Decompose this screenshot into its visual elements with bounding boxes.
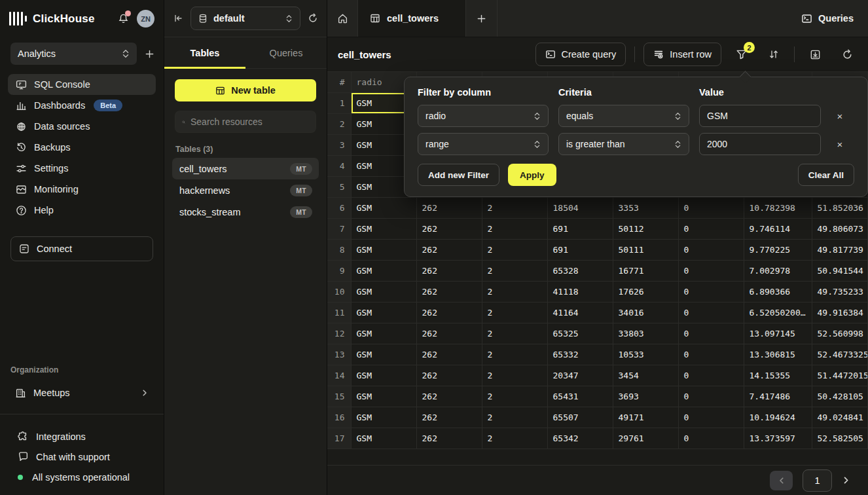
collapse-panel-button[interactable] — [173, 13, 183, 24]
cell[interactable]: 13.373597 — [744, 428, 812, 449]
cell[interactable]: 14.15355 — [744, 365, 812, 386]
insert-row-button[interactable]: Insert row — [643, 43, 721, 66]
cell[interactable]: 2 — [482, 407, 547, 428]
cell[interactable]: 41118 — [547, 282, 613, 302]
cell[interactable]: 0 — [678, 428, 744, 449]
filter-column-select-1[interactable]: radio — [418, 105, 549, 127]
cell[interactable]: 7.002978 — [744, 261, 812, 282]
sidebar-item-data-sources[interactable]: Data sources — [8, 116, 156, 137]
cell[interactable]: 2 — [482, 240, 547, 261]
sidebar-item-help[interactable]: Help — [8, 200, 156, 221]
database-select[interactable]: default — [190, 7, 300, 30]
filter-value-input-1[interactable] — [699, 105, 821, 127]
notifications-button[interactable] — [115, 11, 131, 27]
cell[interactable]: 0 — [678, 386, 744, 407]
cell[interactable]: GSM — [351, 219, 416, 240]
cell[interactable]: 49.916384 — [812, 302, 868, 323]
cell[interactable]: 0 — [678, 198, 744, 219]
cell[interactable]: 262 — [416, 344, 482, 365]
cell[interactable]: 262 — [416, 282, 482, 302]
cell[interactable]: 0 — [678, 302, 744, 323]
cell[interactable]: 52.560998 — [812, 323, 868, 344]
queries-button[interactable]: Queries — [801, 13, 854, 24]
remove-filter-button-1[interactable]: × — [831, 107, 849, 125]
cell[interactable]: 52.4673325 — [812, 344, 868, 365]
sidebar-item-monitoring[interactable]: Monitoring — [8, 179, 156, 200]
cell[interactable]: 0 — [678, 323, 744, 344]
cell[interactable]: 49171 — [613, 407, 678, 428]
cell[interactable]: 9.770225 — [744, 240, 812, 261]
filter-criteria-select-1[interactable]: equals — [558, 105, 689, 127]
cell[interactable]: 50.428105 — [812, 386, 868, 407]
previous-page-button[interactable] — [770, 471, 793, 490]
table-list-item-cell-towers[interactable]: cell_towers MT — [172, 158, 319, 179]
cell[interactable]: 0 — [678, 219, 744, 240]
remove-filter-button-2[interactable]: × — [831, 135, 849, 153]
new-tab-button[interactable] — [466, 0, 497, 37]
next-page-button[interactable] — [842, 476, 850, 485]
filter-button[interactable]: 2 — [730, 43, 753, 66]
cell[interactable]: 0 — [678, 407, 744, 428]
cell[interactable]: 20347 — [547, 365, 613, 386]
cell[interactable]: 3454 — [613, 365, 678, 386]
cell[interactable]: GSM — [351, 198, 416, 219]
cell[interactable]: 3693 — [613, 386, 678, 407]
cell[interactable]: 3353 — [613, 198, 678, 219]
cell[interactable]: 65431 — [547, 386, 613, 407]
tab-queries[interactable]: Queries — [245, 37, 327, 68]
cell[interactable]: 51.4472015 — [812, 365, 868, 386]
sidebar-item-dashboards[interactable]: Dashboards Beta — [8, 95, 156, 116]
avatar[interactable]: ZN — [137, 10, 154, 28]
table-list-item-hackernews[interactable]: hackernews MT — [172, 179, 319, 201]
cell[interactable]: 262 — [416, 428, 482, 449]
cell[interactable]: 50111 — [613, 240, 678, 261]
cell[interactable]: 262 — [416, 302, 482, 323]
clear-all-filters-button[interactable]: Clear All — [798, 164, 854, 186]
cell[interactable]: 262 — [416, 365, 482, 386]
cell[interactable]: 65332 — [547, 344, 613, 365]
system-status[interactable]: All systems operational — [0, 467, 164, 487]
search-input[interactable] — [190, 117, 309, 127]
connect-button[interactable]: Connect — [10, 236, 153, 261]
cell[interactable]: 52.582505 — [812, 428, 868, 449]
cell[interactable]: 0 — [678, 261, 744, 282]
cell[interactable]: 13.306815 — [744, 344, 812, 365]
cell[interactable]: 2 — [482, 282, 547, 302]
cell[interactable]: 262 — [416, 407, 482, 428]
cell[interactable]: 2 — [482, 386, 547, 407]
add-workspace-button[interactable] — [145, 49, 154, 59]
refresh-tables-button[interactable] — [308, 13, 318, 24]
cell[interactable]: GSM — [351, 240, 416, 261]
cell[interactable]: 49.024841 — [812, 407, 868, 428]
cell[interactable]: 50.941544 — [812, 261, 868, 282]
cell[interactable]: GSM — [351, 282, 416, 302]
cell[interactable]: 0 — [678, 344, 744, 365]
cell[interactable]: 17626 — [613, 282, 678, 302]
apply-filter-button[interactable]: Apply — [508, 164, 556, 186]
sidebar-item-chat-support[interactable]: Chat with support — [0, 447, 164, 467]
sidebar-item-integrations[interactable]: Integrations — [0, 426, 164, 447]
cell[interactable]: 65328 — [547, 261, 613, 282]
cell[interactable]: 262 — [416, 198, 482, 219]
sidebar-item-sql-console[interactable]: SQL Console — [8, 74, 156, 95]
tab-tables[interactable]: Tables — [164, 37, 245, 68]
sidebar-item-meetups[interactable]: Meetups — [8, 381, 156, 405]
cell[interactable]: 9.746114 — [744, 219, 812, 240]
cell[interactable]: 2 — [482, 261, 547, 282]
cell[interactable]: 65325 — [547, 323, 613, 344]
table-list-item-stocks-stream[interactable]: stocks_stream MT — [172, 201, 319, 223]
cell[interactable]: 34016 — [613, 302, 678, 323]
cell[interactable]: 691 — [547, 219, 613, 240]
cell[interactable]: 41164 — [547, 302, 613, 323]
cell[interactable]: 16771 — [613, 261, 678, 282]
cell[interactable]: GSM — [351, 344, 416, 365]
cell[interactable]: 13.097145 — [744, 323, 812, 344]
cell[interactable]: 691 — [547, 240, 613, 261]
filter-value-input-2[interactable] — [699, 133, 821, 155]
cell[interactable]: GSM — [351, 323, 416, 344]
cell[interactable]: 18504 — [547, 198, 613, 219]
cell[interactable]: 49.735233 — [812, 282, 868, 302]
cell[interactable]: 0 — [678, 282, 744, 302]
cell[interactable]: 2 — [482, 323, 547, 344]
cell[interactable]: 10.194624 — [744, 407, 812, 428]
